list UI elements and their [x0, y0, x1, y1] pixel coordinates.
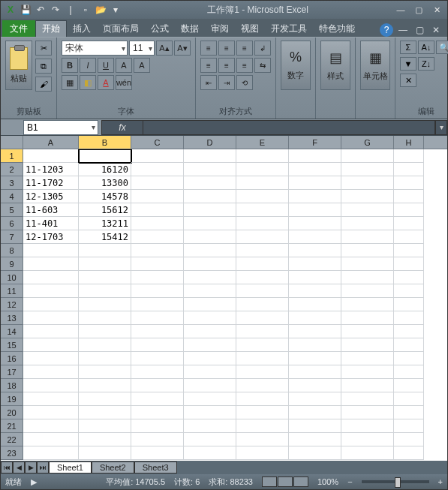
tab-review[interactable]: 审阅 — [205, 20, 235, 37]
grow-font-button[interactable]: A — [116, 58, 132, 73]
cell-G1[interactable] — [341, 149, 394, 163]
row-header[interactable]: 22 — [1, 433, 23, 446]
cell-D14[interactable] — [184, 325, 236, 338]
cell-H11[interactable] — [394, 284, 424, 298]
cell-H13[interactable] — [394, 311, 424, 325]
decrease-indent-button[interactable]: ⇤ — [200, 75, 217, 90]
cell-A13[interactable] — [23, 311, 79, 325]
cell-B15[interactable] — [79, 338, 131, 352]
cell-B7[interactable]: 15412 — [79, 230, 131, 244]
cell-F11[interactable] — [289, 284, 341, 298]
cell-G19[interactable] — [341, 392, 394, 406]
cell-B2[interactable]: 16120 — [79, 163, 131, 176]
cell-B20[interactable] — [79, 406, 131, 419]
cell-E6[interactable] — [236, 217, 289, 230]
cell-A4[interactable]: 12-1305 — [23, 190, 79, 203]
select-all-corner[interactable] — [1, 136, 23, 149]
cell-H18[interactable] — [394, 379, 424, 392]
cell-F3[interactable] — [289, 176, 341, 190]
row-header[interactable]: 5 — [1, 203, 23, 217]
maximize-button[interactable]: ▢ — [411, 4, 426, 16]
cell-F14[interactable] — [289, 325, 341, 338]
cell-A6[interactable]: 11-401 — [23, 217, 79, 230]
cell-D2[interactable] — [184, 163, 236, 176]
cell-F7[interactable] — [289, 230, 341, 244]
cell-A19[interactable] — [23, 392, 79, 406]
increase-font-button[interactable]: A▴ — [156, 41, 173, 56]
excel-icon[interactable]: X — [4, 3, 17, 17]
cell-E22[interactable] — [236, 433, 289, 446]
cell-E14[interactable] — [236, 325, 289, 338]
cell-G15[interactable] — [341, 338, 394, 352]
ribbon-minimize-button[interactable]: — — [396, 23, 410, 37]
cell-H7[interactable] — [394, 230, 424, 244]
cell-H4[interactable] — [394, 190, 424, 203]
cell-A1[interactable] — [23, 149, 79, 163]
cell-C20[interactable] — [131, 406, 184, 419]
cell-D18[interactable] — [184, 379, 236, 392]
sort-asc-button[interactable]: A↓ — [418, 41, 434, 54]
cell-D13[interactable] — [184, 311, 236, 325]
cell-H9[interactable] — [394, 257, 424, 271]
cell-C23[interactable] — [131, 446, 184, 460]
cell-C6[interactable] — [131, 217, 184, 230]
cell-B18[interactable] — [79, 379, 131, 392]
find-button[interactable]: 🔍 — [436, 41, 448, 54]
cell-E19[interactable] — [236, 392, 289, 406]
column-header-C[interactable]: C — [131, 136, 184, 149]
cell-A16[interactable] — [23, 352, 79, 365]
zoom-in-button[interactable]: + — [438, 477, 443, 486]
cell-H17[interactable] — [394, 365, 424, 379]
cell-A12[interactable] — [23, 298, 79, 311]
cell-C18[interactable] — [131, 379, 184, 392]
cell-G14[interactable] — [341, 325, 394, 338]
zoom-slider[interactable] — [362, 480, 429, 483]
cell-E9[interactable] — [236, 257, 289, 271]
zoom-level[interactable]: 100% — [317, 477, 338, 486]
cell-A3[interactable]: 11-1702 — [23, 176, 79, 190]
cell-H1[interactable] — [394, 149, 424, 163]
cell-E23[interactable] — [236, 446, 289, 460]
row-header[interactable]: 9 — [1, 257, 23, 271]
cell-G6[interactable] — [341, 217, 394, 230]
cell-D21[interactable] — [184, 419, 236, 433]
cell-C9[interactable] — [131, 257, 184, 271]
cells-button[interactable]: ▦ 单元格 — [360, 41, 390, 90]
cell-G13[interactable] — [341, 311, 394, 325]
row-header[interactable]: 17 — [1, 365, 23, 379]
open-icon[interactable]: 📂 — [94, 3, 107, 17]
cell-F8[interactable] — [289, 244, 341, 257]
cell-A17[interactable] — [23, 365, 79, 379]
tab-data[interactable]: 数据 — [175, 20, 205, 37]
sheet-tab-sheet3[interactable]: Sheet3 — [134, 461, 177, 473]
autosum-button[interactable]: Σ — [400, 41, 416, 54]
cell-F5[interactable] — [289, 203, 341, 217]
cell-F6[interactable] — [289, 217, 341, 230]
cell-E5[interactable] — [236, 203, 289, 217]
help-icon[interactable]: ? — [380, 23, 393, 37]
new-icon[interactable]: ▫ — [79, 3, 92, 17]
cell-G16[interactable] — [341, 352, 394, 365]
cell-A22[interactable] — [23, 433, 79, 446]
cell-A11[interactable] — [23, 284, 79, 298]
cell-E17[interactable] — [236, 365, 289, 379]
cell-C5[interactable] — [131, 203, 184, 217]
cell-E20[interactable] — [236, 406, 289, 419]
cell-G2[interactable] — [341, 163, 394, 176]
cell-G7[interactable] — [341, 230, 394, 244]
close-button[interactable]: ✕ — [429, 4, 444, 16]
cell-F19[interactable] — [289, 392, 341, 406]
cell-A10[interactable] — [23, 271, 79, 284]
cell-E13[interactable] — [236, 311, 289, 325]
sheet-tab-sheet2[interactable]: Sheet2 — [92, 461, 134, 473]
tab-insert[interactable]: 插入 — [67, 20, 97, 37]
wrap-text-button[interactable]: ↲ — [254, 41, 271, 56]
cell-B4[interactable]: 14578 — [79, 190, 131, 203]
align-bottom-button[interactable]: ≡ — [236, 41, 253, 56]
cell-C12[interactable] — [131, 298, 184, 311]
row-header[interactable]: 18 — [1, 379, 23, 392]
cell-H10[interactable] — [394, 271, 424, 284]
cell-F1[interactable] — [289, 149, 341, 163]
cell-A20[interactable] — [23, 406, 79, 419]
cell-F13[interactable] — [289, 311, 341, 325]
